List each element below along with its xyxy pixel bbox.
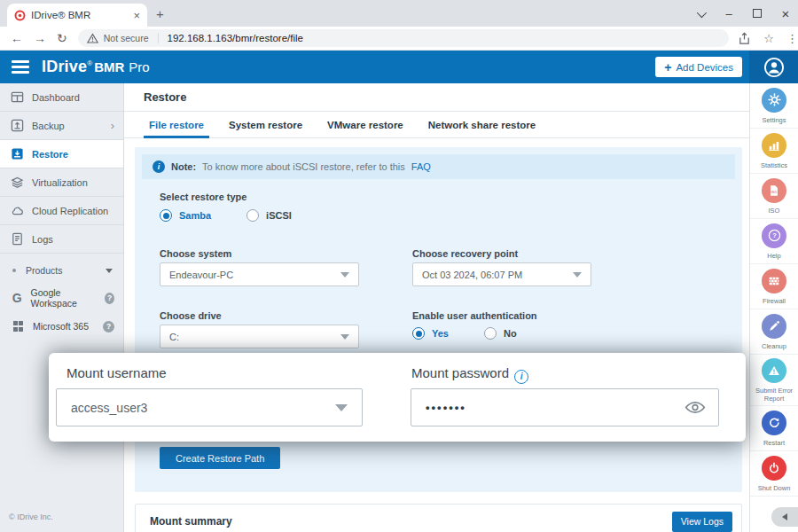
radio-no-label[interactable]: No xyxy=(504,328,517,339)
brand-logo: IDrive®BMRPro xyxy=(42,58,150,76)
sidebar-item-microsoft-365[interactable]: Microsoft 365 ? xyxy=(0,312,123,340)
choose-recovery-point-value: Oct 03 2024, 06:07 PM xyxy=(422,270,522,280)
url-text[interactable]: 192.168.1.163/bmr/restore/file xyxy=(168,33,303,43)
omnibox-divider xyxy=(158,33,159,43)
sidebar-item-logs[interactable]: Logs xyxy=(0,225,123,254)
radio-samba-label[interactable]: Samba xyxy=(179,210,211,221)
mount-password-label-text: Mount password xyxy=(411,365,509,380)
tab-close-icon[interactable]: × xyxy=(133,9,140,22)
back-icon[interactable]: ← xyxy=(11,31,23,45)
brand-bmr: BMR xyxy=(94,59,124,74)
view-logs-button[interactable]: View Logs xyxy=(672,512,732,532)
sidebar-label: Restore xyxy=(32,149,68,160)
sidebar-item-restore[interactable]: Restore xyxy=(0,140,123,168)
window-dropdown-icon[interactable] xyxy=(695,7,706,20)
sidebar-item-iso[interactable]: ISO ISO xyxy=(750,174,798,219)
plus-icon: + xyxy=(664,60,671,74)
choose-drive-select[interactable]: C: xyxy=(160,325,359,348)
create-restore-path-button[interactable]: Create Restore Path xyxy=(160,447,280,469)
radio-iscsi-label[interactable]: iSCSI xyxy=(266,210,292,221)
sidebar-item-statistics[interactable]: Statistics xyxy=(750,129,798,174)
question-icon: ? xyxy=(768,229,781,242)
window-maximize-icon[interactable] xyxy=(752,7,763,20)
restart-icon xyxy=(768,417,780,429)
choose-system-select[interactable]: Endeavour-PC xyxy=(160,262,359,286)
restore-tabs: File restore System restore VMware resto… xyxy=(124,112,749,138)
sidebar-item-restart[interactable]: Restart xyxy=(750,406,798,451)
sidebar-products-toggle[interactable]: Products xyxy=(0,257,123,284)
note-prefix: Note: xyxy=(171,161,196,172)
browser-menu-icon[interactable]: ⋮ xyxy=(786,32,798,45)
add-devices-label: Add Devices xyxy=(676,62,733,73)
sidebar-item-help[interactable]: ? Help xyxy=(750,219,798,264)
sidebar-item-backup[interactable]: Backup › xyxy=(0,112,123,140)
add-devices-button[interactable]: + Add Devices xyxy=(655,57,742,77)
microsoft-icon xyxy=(12,321,25,332)
main-content: Restore File restore System restore VMwa… xyxy=(124,83,749,532)
product-label: Google Workspace xyxy=(31,287,98,309)
sidebar-item-cloud-replication[interactable]: Cloud Replication xyxy=(0,197,123,225)
app-header: IDrive®BMRPro + Add Devices xyxy=(0,51,798,83)
svg-text:?: ? xyxy=(772,231,777,239)
new-tab-icon[interactable]: + xyxy=(156,6,164,21)
tab-file-restore[interactable]: File restore xyxy=(137,112,216,137)
profile-button[interactable] xyxy=(749,51,798,83)
sidebar-item-shut-down[interactable]: Shut Down xyxy=(750,451,798,497)
info-icon: i xyxy=(153,160,165,173)
hamburger-menu-icon[interactable] xyxy=(12,60,29,74)
idrive-favicon-icon xyxy=(14,10,26,21)
window-controls: – × xyxy=(695,0,791,27)
sidebar-item-virtualization[interactable]: Virtualization xyxy=(0,168,123,197)
radio-yes-label[interactable]: Yes xyxy=(432,328,449,339)
browser-tab[interactable]: IDrive® BMR × xyxy=(7,4,147,27)
info-icon[interactable]: i xyxy=(514,370,528,384)
tab-vmware-restore[interactable]: VMware restore xyxy=(315,112,416,137)
faq-link[interactable]: FAQ xyxy=(411,161,431,172)
tab-network-share-restore[interactable]: Network share restore xyxy=(416,112,548,137)
backup-icon xyxy=(11,119,24,132)
mount-password-label: Mount passwordi xyxy=(411,365,528,384)
chevron-down-icon xyxy=(335,404,348,411)
warning-triangle-icon xyxy=(768,364,780,377)
note-banner: i Note: To know more about iSCSI restore… xyxy=(142,154,735,179)
sidebar-item-firewall[interactable]: Firewall xyxy=(750,264,798,309)
radio-no[interactable] xyxy=(484,327,497,340)
sidebar-collapse-button[interactable] xyxy=(771,507,798,527)
sidebar-item-submit-error-report[interactable]: Submit Error Report xyxy=(750,355,798,406)
radio-samba[interactable] xyxy=(160,209,172,222)
not-secure-label[interactable]: Not secure xyxy=(104,33,149,43)
window-minimize-icon[interactable]: – xyxy=(724,7,734,20)
iso-label: ISO xyxy=(769,207,780,215)
chevron-down-icon xyxy=(340,334,349,340)
help-badge-icon[interactable]: ? xyxy=(103,321,114,332)
mount-username-select[interactable]: access_user3 xyxy=(56,388,363,426)
sidebar-item-settings[interactable]: Settings xyxy=(750,83,798,129)
sidebar-item-dashboard[interactable]: Dashboard xyxy=(0,83,123,112)
forward-icon[interactable]: → xyxy=(34,31,46,45)
tab-title: IDrive® BMR xyxy=(31,10,128,20)
reload-icon[interactable]: ↻ xyxy=(57,31,67,45)
browser-urlbar: ← → ↻ Not secure 192.168.1.163/bmr/resto… xyxy=(0,27,798,51)
radio-iscsi[interactable] xyxy=(246,209,259,222)
bookmark-star-icon[interactable]: ☆ xyxy=(763,32,774,45)
help-label: Help xyxy=(767,252,780,260)
sidebar-item-google-workspace[interactable]: G Google Workspace ? xyxy=(0,284,123,312)
chevron-down-icon xyxy=(573,272,582,278)
user-auth-label: Enable user authentication xyxy=(412,310,537,321)
restore-icon xyxy=(11,147,24,160)
share-icon[interactable] xyxy=(738,32,751,45)
address-bar[interactable]: Not secure 192.168.1.163/bmr/restore/fil… xyxy=(78,29,730,47)
sidebar-item-cleanup[interactable]: Cleanup xyxy=(750,309,798,355)
shut-down-label: Shut Down xyxy=(758,484,791,492)
user-auth-options: Yes No xyxy=(412,327,517,340)
brand-pro: Pro xyxy=(129,59,149,74)
eye-icon[interactable] xyxy=(685,400,706,415)
help-badge-icon[interactable]: ? xyxy=(105,293,114,304)
tab-system-restore[interactable]: System restore xyxy=(216,112,315,137)
gear-icon xyxy=(768,93,781,106)
mount-password-field[interactable]: ••••••• xyxy=(411,388,719,426)
choose-recovery-point-select[interactable]: Oct 03 2024, 06:07 PM xyxy=(412,262,591,286)
firewall-label: Firewall xyxy=(763,297,786,305)
radio-yes[interactable] xyxy=(412,327,425,340)
window-close-icon[interactable]: × xyxy=(780,6,791,21)
